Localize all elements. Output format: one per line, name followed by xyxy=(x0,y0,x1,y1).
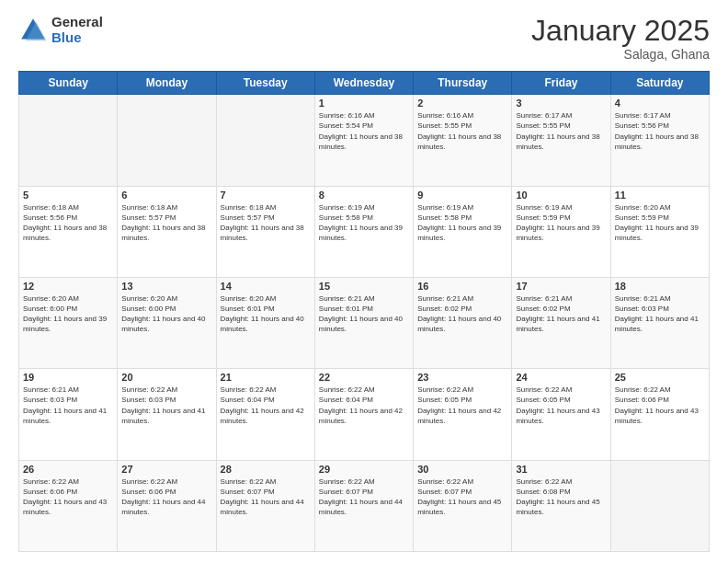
table-row: 16Sunrise: 6:21 AMSunset: 6:02 PMDayligh… xyxy=(414,277,512,368)
day-info: Sunrise: 6:21 AMSunset: 6:03 PMDaylight:… xyxy=(615,293,705,335)
day-number: 15 xyxy=(319,281,409,292)
day-number: 20 xyxy=(121,372,211,383)
table-row: 23Sunrise: 6:22 AMSunset: 6:05 PMDayligh… xyxy=(414,369,512,460)
table-row: 24Sunrise: 6:22 AMSunset: 6:05 PMDayligh… xyxy=(512,369,610,460)
day-number: 12 xyxy=(23,281,113,292)
col-thursday: Thursday xyxy=(414,72,512,95)
day-info: Sunrise: 6:20 AMSunset: 6:00 PMDaylight:… xyxy=(23,293,113,335)
table-row: 31Sunrise: 6:22 AMSunset: 6:08 PMDayligh… xyxy=(512,460,610,551)
day-info: Sunrise: 6:20 AMSunset: 6:00 PMDaylight:… xyxy=(121,293,211,335)
calendar-week-row: 26Sunrise: 6:22 AMSunset: 6:06 PMDayligh… xyxy=(19,460,710,551)
table-row: 8Sunrise: 6:19 AMSunset: 5:58 PMDaylight… xyxy=(314,186,413,277)
table-row: 6Sunrise: 6:18 AMSunset: 5:57 PMDaylight… xyxy=(118,186,216,277)
table-row: 12Sunrise: 6:20 AMSunset: 6:00 PMDayligh… xyxy=(19,277,118,368)
day-info: Sunrise: 6:22 AMSunset: 6:07 PMDaylight:… xyxy=(319,477,409,518)
table-row: 28Sunrise: 6:22 AMSunset: 6:07 PMDayligh… xyxy=(216,460,314,551)
location: Salaga, Ghana xyxy=(531,47,710,62)
day-info: Sunrise: 6:21 AMSunset: 6:01 PMDaylight:… xyxy=(319,293,409,335)
day-info: Sunrise: 6:19 AMSunset: 5:59 PMDaylight:… xyxy=(516,202,606,244)
day-number: 29 xyxy=(319,464,409,475)
table-row: 20Sunrise: 6:22 AMSunset: 6:03 PMDayligh… xyxy=(118,369,216,460)
day-info: Sunrise: 6:16 AMSunset: 5:54 PMDaylight:… xyxy=(319,110,409,152)
day-number: 31 xyxy=(516,464,606,475)
day-number: 9 xyxy=(417,190,507,201)
day-info: Sunrise: 6:21 AMSunset: 6:02 PMDaylight:… xyxy=(516,293,606,335)
calendar-week-row: 5Sunrise: 6:18 AMSunset: 5:56 PMDaylight… xyxy=(19,186,710,277)
day-info: Sunrise: 6:18 AMSunset: 5:57 PMDaylight:… xyxy=(121,202,211,244)
day-info: Sunrise: 6:17 AMSunset: 5:55 PMDaylight:… xyxy=(516,110,606,152)
day-number: 3 xyxy=(516,98,606,109)
table-row: 2Sunrise: 6:16 AMSunset: 5:55 PMDaylight… xyxy=(414,95,512,186)
table-row: 19Sunrise: 6:21 AMSunset: 6:03 PMDayligh… xyxy=(19,369,118,460)
title-block: January 2025 Salaga, Ghana xyxy=(531,15,710,62)
table-row: 9Sunrise: 6:19 AMSunset: 5:58 PMDaylight… xyxy=(414,186,512,277)
day-info: Sunrise: 6:22 AMSunset: 6:05 PMDaylight:… xyxy=(417,385,507,426)
logo-general-text: General xyxy=(51,15,103,30)
calendar-table: Sunday Monday Tuesday Wednesday Thursday… xyxy=(18,71,710,552)
table-row xyxy=(118,95,216,186)
day-number: 24 xyxy=(516,372,606,383)
day-info: Sunrise: 6:22 AMSunset: 6:07 PMDaylight:… xyxy=(221,477,311,518)
day-number: 17 xyxy=(516,281,606,292)
day-info: Sunrise: 6:22 AMSunset: 6:08 PMDaylight:… xyxy=(516,477,606,518)
table-row xyxy=(216,95,314,186)
day-info: Sunrise: 6:18 AMSunset: 5:56 PMDaylight:… xyxy=(23,202,113,244)
day-number: 21 xyxy=(221,372,311,383)
day-number: 11 xyxy=(615,190,705,201)
day-number: 16 xyxy=(417,281,507,292)
day-info: Sunrise: 6:22 AMSunset: 6:03 PMDaylight:… xyxy=(121,385,211,426)
day-info: Sunrise: 6:22 AMSunset: 6:07 PMDaylight:… xyxy=(417,477,507,518)
day-number: 23 xyxy=(417,372,507,383)
table-row: 29Sunrise: 6:22 AMSunset: 6:07 PMDayligh… xyxy=(314,460,413,551)
col-tuesday: Tuesday xyxy=(216,72,314,95)
table-row: 26Sunrise: 6:22 AMSunset: 6:06 PMDayligh… xyxy=(19,460,118,551)
day-number: 25 xyxy=(615,372,705,383)
day-number: 5 xyxy=(23,190,113,201)
table-row: 14Sunrise: 6:20 AMSunset: 6:01 PMDayligh… xyxy=(216,277,314,368)
table-row xyxy=(610,460,709,551)
table-row xyxy=(19,95,118,186)
table-row: 21Sunrise: 6:22 AMSunset: 6:04 PMDayligh… xyxy=(216,369,314,460)
table-row: 30Sunrise: 6:22 AMSunset: 6:07 PMDayligh… xyxy=(414,460,512,551)
day-number: 22 xyxy=(319,372,409,383)
table-row: 15Sunrise: 6:21 AMSunset: 6:01 PMDayligh… xyxy=(314,277,413,368)
table-row: 4Sunrise: 6:17 AMSunset: 5:56 PMDaylight… xyxy=(610,95,709,186)
logo-icon xyxy=(18,16,48,45)
day-number: 30 xyxy=(417,464,507,475)
day-number: 1 xyxy=(319,98,409,109)
day-number: 28 xyxy=(221,464,311,475)
header: General Blue January 2025 Salaga, Ghana xyxy=(18,15,710,62)
day-number: 4 xyxy=(615,98,705,109)
day-number: 2 xyxy=(417,98,507,109)
day-info: Sunrise: 6:19 AMSunset: 5:58 PMDaylight:… xyxy=(319,202,409,244)
col-sunday: Sunday xyxy=(19,72,118,95)
day-number: 6 xyxy=(121,190,211,201)
col-friday: Friday xyxy=(512,72,610,95)
table-row: 18Sunrise: 6:21 AMSunset: 6:03 PMDayligh… xyxy=(610,277,709,368)
day-info: Sunrise: 6:22 AMSunset: 6:05 PMDaylight:… xyxy=(516,385,606,426)
weekday-header-row: Sunday Monday Tuesday Wednesday Thursday… xyxy=(19,72,710,95)
table-row: 5Sunrise: 6:18 AMSunset: 5:56 PMDaylight… xyxy=(19,186,118,277)
calendar-week-row: 12Sunrise: 6:20 AMSunset: 6:00 PMDayligh… xyxy=(19,277,710,368)
table-row: 25Sunrise: 6:22 AMSunset: 6:06 PMDayligh… xyxy=(610,369,709,460)
table-row: 1Sunrise: 6:16 AMSunset: 5:54 PMDaylight… xyxy=(314,95,413,186)
day-info: Sunrise: 6:18 AMSunset: 5:57 PMDaylight:… xyxy=(221,202,311,244)
day-number: 8 xyxy=(319,190,409,201)
table-row: 17Sunrise: 6:21 AMSunset: 6:02 PMDayligh… xyxy=(512,277,610,368)
day-info: Sunrise: 6:20 AMSunset: 6:01 PMDaylight:… xyxy=(221,293,311,335)
table-row: 11Sunrise: 6:20 AMSunset: 5:59 PMDayligh… xyxy=(610,186,709,277)
day-info: Sunrise: 6:16 AMSunset: 5:55 PMDaylight:… xyxy=(417,110,507,152)
table-row: 10Sunrise: 6:19 AMSunset: 5:59 PMDayligh… xyxy=(512,186,610,277)
day-info: Sunrise: 6:22 AMSunset: 6:06 PMDaylight:… xyxy=(615,385,705,426)
day-info: Sunrise: 6:20 AMSunset: 5:59 PMDaylight:… xyxy=(615,202,705,244)
table-row: 22Sunrise: 6:22 AMSunset: 6:04 PMDayligh… xyxy=(314,369,413,460)
day-info: Sunrise: 6:22 AMSunset: 6:06 PMDaylight:… xyxy=(23,477,113,518)
col-monday: Monday xyxy=(118,72,216,95)
table-row: 7Sunrise: 6:18 AMSunset: 5:57 PMDaylight… xyxy=(216,186,314,277)
day-info: Sunrise: 6:22 AMSunset: 6:04 PMDaylight:… xyxy=(319,385,409,426)
day-info: Sunrise: 6:22 AMSunset: 6:04 PMDaylight:… xyxy=(221,385,311,426)
logo: General Blue xyxy=(18,15,103,45)
day-number: 10 xyxy=(516,190,606,201)
day-number: 7 xyxy=(221,190,311,201)
day-number: 27 xyxy=(121,464,211,475)
